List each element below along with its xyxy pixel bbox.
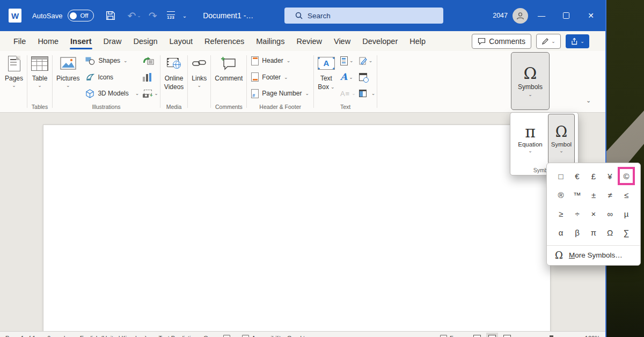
tab-home[interactable]: Home <box>32 31 64 51</box>
symbol-cell[interactable]: Ω <box>602 225 618 239</box>
tab-insert[interactable]: Insert <box>64 31 98 51</box>
screenshot-icon: + <box>143 90 152 98</box>
symbol-cell[interactable]: ∞ <box>602 207 618 221</box>
pictures-button[interactable]: Pictures ⌄ <box>53 52 83 103</box>
accessibility-icon <box>242 335 249 337</box>
symbol-cell[interactable]: ≥ <box>553 207 569 221</box>
account-avatar[interactable] <box>513 8 528 24</box>
document-page[interactable] <box>43 124 551 332</box>
tab-layout[interactable]: Layout <box>164 31 199 51</box>
symbol-cell[interactable]: µ <box>618 207 634 221</box>
status-item[interactable] <box>223 335 230 337</box>
icons-button[interactable]: Icons <box>85 71 139 84</box>
zoom-slider-handle[interactable] <box>550 335 553 337</box>
new-comment-button[interactable]: Comment <box>211 52 246 103</box>
footer-icon <box>251 72 259 82</box>
footer-button[interactable]: Footer ⌄ <box>251 71 309 84</box>
quick-parts-button[interactable]: ⌄ <box>339 54 357 67</box>
tab-mailings[interactable]: Mailings <box>250 31 290 51</box>
symbol-cell[interactable]: × <box>586 207 602 221</box>
symbol-cell[interactable]: © <box>618 169 634 183</box>
signature-line-button[interactable]: ⌄ <box>358 54 377 67</box>
comments-button[interactable]: Comments <box>472 34 531 49</box>
symbol-cell[interactable]: ≤ <box>618 188 634 202</box>
search-box[interactable]: Search <box>284 8 443 24</box>
quick-parts-icon <box>340 56 348 65</box>
symbol-cell[interactable]: ≠ <box>602 188 618 202</box>
table-button[interactable]: Table ⌄ <box>27 52 52 103</box>
date-time-icon <box>359 73 367 81</box>
pages-button[interactable]: Pages ⌄ <box>1 52 27 103</box>
editing-mode-button[interactable]: ⌄ <box>536 34 561 49</box>
symbol-cell[interactable]: £ <box>586 169 602 183</box>
symbol-cell[interactable]: ™ <box>569 188 586 202</box>
tab-draw[interactable]: Draw <box>98 31 128 51</box>
links-button[interactable]: Links ⌄ <box>188 52 210 103</box>
equation-button[interactable]: π Equation ⌄ <box>514 115 546 162</box>
collapse-ribbon-chevron-icon[interactable]: ⌄ <box>586 97 591 104</box>
shapes-button[interactable]: Shapes ⌄ <box>85 54 139 67</box>
tab-design[interactable]: Design <box>127 31 163 51</box>
titlebar-left: W AutoSave Off ↶ ⌄ ↷ 123 <box>0 9 253 23</box>
status-item[interactable]: Text Predictions: On <box>159 335 211 337</box>
text-box-button[interactable]: A Text Box ⌄ <box>314 52 339 103</box>
focus-button[interactable]: Focus <box>440 335 466 337</box>
status-item[interactable]: Page 1 of 1 <box>5 335 35 337</box>
group-text: A Text Box ⌄ ⌄ A ⌄ <box>314 51 377 112</box>
qat-dropdown-chevron-icon[interactable]: ⌄ <box>182 13 187 19</box>
zoom-level[interactable]: 100% <box>585 335 600 337</box>
symbol-cell[interactable]: ® <box>553 188 569 202</box>
drop-cap-button: A≡ ⌄ <box>339 87 357 100</box>
maximize-button[interactable] <box>555 0 577 31</box>
symbol-cell[interactable]: € <box>569 169 586 183</box>
more-symbols-button[interactable]: Ω More Symbols… <box>547 246 640 265</box>
symbol-cell[interactable]: α <box>553 225 569 239</box>
date-time-button[interactable] <box>358 71 377 84</box>
chart-button[interactable] <box>142 71 159 84</box>
wordart-button[interactable]: A ⌄ <box>339 71 357 84</box>
status-item[interactable]: 0 words <box>47 335 68 337</box>
web-layout-button[interactable] <box>503 335 511 337</box>
read-mode-button[interactable] <box>473 335 481 337</box>
redo-button[interactable]: ↷ <box>149 11 157 21</box>
symbol-cell[interactable]: β <box>569 225 586 239</box>
object-button[interactable]: ⌄ <box>358 87 377 100</box>
omega-icon: Ω <box>524 65 537 82</box>
pictures-icon <box>60 57 76 70</box>
tab-file[interactable]: File <box>8 31 32 51</box>
online-videos-button[interactable]: Online Videos <box>160 52 187 103</box>
save-button[interactable] <box>106 11 115 20</box>
print-layout-button[interactable] <box>488 335 496 337</box>
pictures-label: Pictures <box>56 75 79 82</box>
status-item[interactable]: English (United Kingdom) <box>80 335 147 337</box>
smartart-button[interactable] <box>142 54 159 67</box>
3d-models-button[interactable]: 3D Models ⌄ <box>85 87 139 100</box>
tab-help[interactable]: Help <box>404 31 431 51</box>
group-separator <box>377 55 377 108</box>
word-logo-icon[interactable]: W <box>9 9 21 23</box>
header-button[interactable]: Header ⌄ <box>251 54 309 67</box>
screenshot-button[interactable]: + ⌄ <box>142 87 159 100</box>
symbol-button[interactable]: Ω Symbol ⌄ <box>548 114 575 164</box>
qat-numbering-button[interactable]: 123 <box>167 11 175 20</box>
close-button[interactable]: ✕ <box>580 0 602 31</box>
autosave-toggle[interactable]: Off <box>68 10 94 21</box>
symbol-cell[interactable]: ± <box>586 188 602 202</box>
tab-references[interactable]: References <box>199 31 250 51</box>
symbol-cell[interactable]: π <box>586 225 602 239</box>
symbol-cell[interactable]: ÷ <box>569 207 586 221</box>
share-button[interactable]: ⌄ <box>566 34 589 48</box>
symbol-cell[interactable]: □ <box>553 169 569 183</box>
page-number-button[interactable]: Page Number ⌄ <box>251 87 309 100</box>
minimize-button[interactable]: — <box>530 0 553 31</box>
table-chevron-icon: ⌄ <box>38 83 42 88</box>
symbols-button[interactable]: Ω Symbols ⌄ <box>511 52 550 110</box>
tab-view[interactable]: View <box>328 31 356 51</box>
tab-developer[interactable]: Developer <box>356 31 404 51</box>
statusbar-left: Page 1 of 10 wordsEnglish (United Kingdo… <box>5 335 328 337</box>
undo-button[interactable]: ↶ ⌄ <box>127 11 141 21</box>
symbol-cell[interactable]: ¥ <box>602 169 618 183</box>
symbol-cell[interactable]: ∑ <box>618 225 634 239</box>
tab-review[interactable]: Review <box>290 31 328 51</box>
status-item[interactable]: Accessibility: Good to go <box>242 335 316 337</box>
